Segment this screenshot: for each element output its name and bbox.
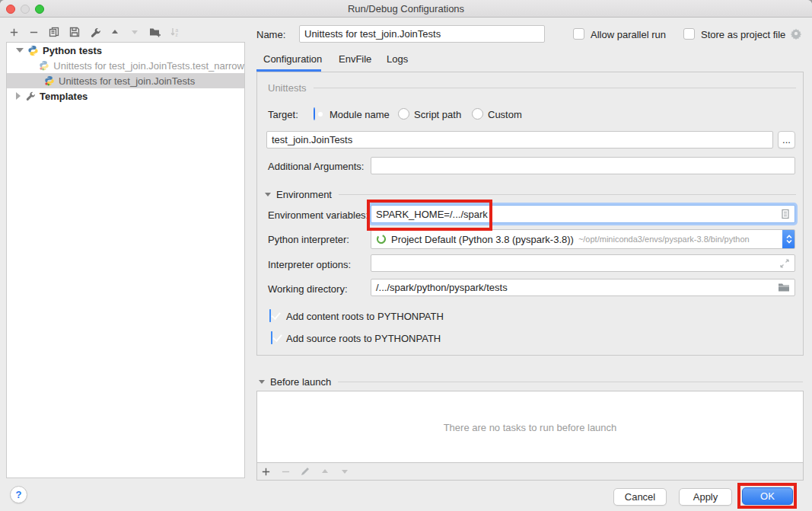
conda-environment-icon — [376, 234, 387, 244]
wrench-icon — [25, 91, 36, 101]
help-label: ? — [16, 489, 22, 500]
svg-text:z: z — [176, 32, 178, 37]
allow-parallel-run-label: Allow parallel run — [591, 29, 666, 40]
interpreter-options-label: Interpreter options: — [268, 259, 351, 270]
python-icon — [27, 45, 39, 56]
tree-item-templates[interactable]: Templates — [7, 88, 244, 104]
remove-task-icon — [279, 465, 291, 477]
python-interpreter-label: Python interpreter: — [268, 234, 349, 245]
python-test-icon — [39, 60, 49, 71]
allow-parallel-run-checkbox[interactable] — [573, 28, 584, 40]
help-button[interactable]: ? — [10, 486, 27, 503]
tree-item-label[interactable]: Unittests for test_join.JoinTests.test_n… — [53, 60, 244, 72]
apply-button[interactable]: Apply — [679, 488, 732, 506]
python-interpreter-value: Project Default (Python 3.8 (pyspark-3.8… — [391, 234, 574, 245]
cancel-label: Cancel — [625, 491, 655, 503]
ok-button[interactable]: OK — [742, 487, 793, 505]
before-launch-empty-message: There are no tasks to run before launch — [257, 422, 803, 433]
add-content-roots-label: Add content roots to PYTHONPATH — [286, 311, 444, 322]
environment-variables-label: Environment variables: — [268, 209, 368, 221]
store-as-project-file-label: Store as project file — [701, 29, 785, 40]
move-down-icon — [129, 26, 141, 38]
tree-item-label[interactable]: Python tests — [43, 45, 102, 56]
tab-logs[interactable]: Logs — [387, 53, 408, 65]
edit-templates-icon[interactable] — [89, 26, 101, 38]
target-module-name-radio[interactable] — [314, 107, 315, 120]
python-interpreter-path: ~/opt/miniconda3/envs/pyspark-3.8/bin/py… — [578, 235, 750, 244]
move-up-icon[interactable] — [109, 26, 121, 38]
name-value: Unittests for test_join.JoinTests — [304, 28, 441, 40]
tab-configuration[interactable]: Configuration — [263, 53, 322, 65]
expand-field-icon[interactable] — [779, 258, 790, 269]
name-input[interactable]: Unittests for test_join.JoinTests — [299, 25, 545, 43]
environment-variables-input[interactable]: SPARK_HOME=/.../spark — [371, 205, 795, 223]
before-launch-section-header[interactable]: Before launch — [259, 376, 803, 388]
unittests-group-title: Unittests — [268, 82, 307, 94]
edit-task-icon — [299, 465, 311, 477]
target-label: Target: — [268, 109, 298, 120]
name-label: Name: — [256, 29, 285, 40]
copy-configuration-icon[interactable] — [48, 26, 60, 38]
module-name-value: test_join.JoinTests — [272, 134, 352, 145]
before-launch-title: Before launch — [270, 376, 331, 388]
environment-variables-value: SPARK_HOME=/.../spark — [376, 209, 488, 220]
title-bar: Run/Debug Configurations — [0, 0, 812, 18]
target-script-path-label[interactable]: Script path — [414, 109, 461, 120]
working-directory-input[interactable]: /.../spark/python/pyspark/tests — [371, 279, 795, 296]
target-custom-label[interactable]: Custom — [488, 109, 522, 120]
collapse-triangle-icon[interactable] — [259, 380, 265, 384]
additional-arguments-label: Additional Arguments: — [268, 161, 364, 172]
module-name-input[interactable]: test_join.JoinTests — [266, 131, 773, 149]
new-folder-icon[interactable] — [149, 26, 161, 38]
additional-arguments-input[interactable] — [371, 157, 795, 174]
browse-module-label: ... — [782, 134, 791, 145]
unittests-group-header: Unittests — [268, 82, 796, 94]
tree-item-unittests-jointests-selected[interactable]: Unittests for test_join.JoinTests — [7, 73, 244, 88]
folder-browse-icon[interactable] — [778, 283, 790, 292]
browse-module-button[interactable]: ... — [778, 131, 795, 149]
environment-section-header[interactable]: Environment — [265, 189, 796, 200]
collapse-triangle-icon[interactable] — [265, 193, 271, 196]
target-module-name-label[interactable]: Module name — [330, 109, 390, 120]
python-test-icon — [44, 75, 55, 86]
add-content-roots-checkbox[interactable] — [269, 309, 271, 322]
move-task-up-icon — [319, 465, 331, 477]
working-directory-label: Working directory: — [268, 283, 348, 295]
configurations-tree: Python tests Unittests for test_join.Joi… — [6, 42, 245, 478]
edit-variables-icon[interactable] — [781, 209, 790, 219]
target-script-path-radio[interactable] — [398, 108, 409, 120]
remove-configuration-icon[interactable] — [27, 26, 40, 38]
save-configuration-icon[interactable] — [68, 26, 81, 38]
tree-item-label[interactable]: Templates — [40, 91, 88, 102]
before-launch-task-list[interactable]: There are no tasks to run before launch — [257, 391, 803, 463]
add-configuration-icon[interactable] — [8, 26, 20, 38]
ok-label: OK — [760, 490, 775, 502]
tab-envfile[interactable]: EnvFile — [339, 53, 371, 65]
tree-item-label[interactable]: Unittests for test_join.JoinTests — [59, 75, 195, 87]
interpreter-options-input[interactable] — [371, 254, 795, 272]
select-stepper-icon[interactable] — [782, 229, 795, 249]
add-source-roots-checkbox[interactable] — [271, 331, 272, 344]
run-debug-configurations-dialog: Run/Debug Configurations az Python tests — [0, 0, 812, 511]
cancel-button[interactable]: Cancel — [613, 488, 667, 506]
move-task-down-icon — [339, 465, 351, 477]
add-task-icon[interactable] — [260, 465, 272, 477]
sort-alphabetically-icon: az — [169, 26, 181, 38]
apply-label: Apply — [693, 491, 718, 503]
chevron-down-icon[interactable] — [16, 48, 24, 53]
gear-icon[interactable] — [790, 27, 802, 40]
tree-item-python-tests[interactable]: Python tests — [7, 43, 244, 58]
store-as-project-file-checkbox[interactable] — [683, 28, 695, 40]
target-custom-radio[interactable] — [472, 108, 483, 120]
window-title: Run/Debug Configurations — [0, 3, 812, 14]
tree-item-unittests-narrow[interactable]: Unittests for test_join.JoinTests.test_n… — [7, 58, 244, 73]
chevron-right-icon[interactable] — [16, 92, 21, 100]
python-interpreter-select[interactable]: Project Default (Python 3.8 (pyspark-3.8… — [371, 229, 795, 249]
environment-section-title: Environment — [276, 189, 332, 200]
working-directory-value: /.../spark/python/pyspark/tests — [376, 282, 508, 293]
add-source-roots-label: Add source roots to PYTHONPATH — [286, 333, 441, 344]
